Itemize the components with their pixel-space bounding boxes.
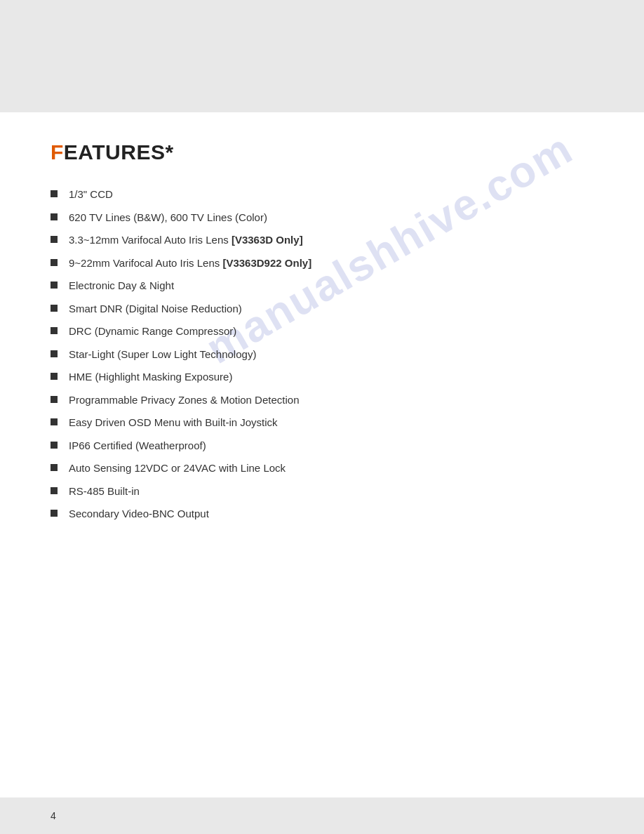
list-item: 9~22mm Varifocal Auto Iris Lens [V3363D9… (51, 256, 593, 272)
page-number: 4 (51, 810, 56, 821)
list-item: DRC (Dynamic Range Compressor) (51, 324, 593, 340)
feature-text: HME (Highlight Masking Exposure) (69, 369, 593, 385)
feature-text: DRC (Dynamic Range Compressor) (69, 324, 593, 340)
bullet-icon (51, 418, 58, 425)
feature-text: Easy Driven OSD Menu with Built-in Joyst… (69, 415, 593, 431)
feature-text: Star-Light (Super Low Light Technology) (69, 347, 593, 363)
feature-text: Secondary Video-BNC Output (69, 506, 593, 522)
bullet-icon (51, 350, 58, 357)
feature-text: IP66 Certified (Weatherproof) (69, 438, 593, 454)
bullet-icon (51, 442, 58, 449)
feature-text: Programmable Privacy Zones & Motion Dete… (69, 392, 593, 409)
list-item: 1/3" CCD (51, 187, 593, 203)
bullet-icon (51, 305, 58, 312)
list-item: Easy Driven OSD Menu with Built-in Joyst… (51, 415, 593, 431)
title-rest: EATURES* (64, 140, 174, 164)
bullet-icon (51, 373, 58, 380)
bullet-icon (51, 213, 58, 220)
list-item: Electronic Day & Night (51, 278, 593, 294)
list-item: IP66 Certified (Weatherproof) (51, 438, 593, 454)
list-item: 620 TV Lines (B&W), 600 TV Lines (Color) (51, 210, 593, 226)
bullet-icon (51, 259, 58, 266)
feature-text: 9~22mm Varifocal Auto Iris Lens [V3363D9… (69, 256, 593, 272)
list-item: Secondary Video-BNC Output (51, 506, 593, 522)
feature-text: Electronic Day & Night (69, 278, 593, 294)
title-first-letter: F (51, 140, 64, 164)
bullet-icon (51, 487, 58, 494)
list-item: Auto Sensing 12VDC or 24VAC with Line Lo… (51, 461, 593, 477)
bullet-icon (51, 282, 58, 289)
list-item: HME (Highlight Masking Exposure) (51, 369, 593, 385)
feature-text: Smart DNR (Digital Noise Reduction) (69, 301, 593, 317)
list-item: Smart DNR (Digital Noise Reduction) (51, 301, 593, 317)
bullet-icon (51, 190, 58, 197)
bullet-icon (51, 510, 58, 517)
bullet-icon (51, 396, 58, 403)
list-item: Star-Light (Super Low Light Technology) (51, 347, 593, 363)
bullet-icon (51, 464, 58, 471)
bullet-icon (51, 327, 58, 334)
features-list: 1/3" CCD 620 TV Lines (B&W), 600 TV Line… (51, 187, 593, 522)
bullet-icon (51, 236, 58, 243)
top-bar (0, 0, 644, 112)
list-item: RS-485 Built-in (51, 484, 593, 500)
list-item: 3.3~12mm Varifocal Auto Iris Lens [V3363… (51, 232, 593, 249)
content-area: FEATURES* 1/3" CCD 620 TV Lines (B&W), 6… (51, 140, 593, 529)
list-item: Programmable Privacy Zones & Motion Dete… (51, 392, 593, 409)
feature-text: RS-485 Built-in (69, 484, 593, 500)
feature-text: 3.3~12mm Varifocal Auto Iris Lens [V3363… (69, 232, 593, 249)
page-title: FEATURES* (51, 140, 593, 164)
feature-text: Auto Sensing 12VDC or 24VAC with Line Lo… (69, 461, 593, 477)
bottom-bar: 4 (0, 797, 644, 834)
feature-text: 1/3" CCD (69, 187, 593, 203)
feature-text: 620 TV Lines (B&W), 600 TV Lines (Color) (69, 210, 593, 226)
